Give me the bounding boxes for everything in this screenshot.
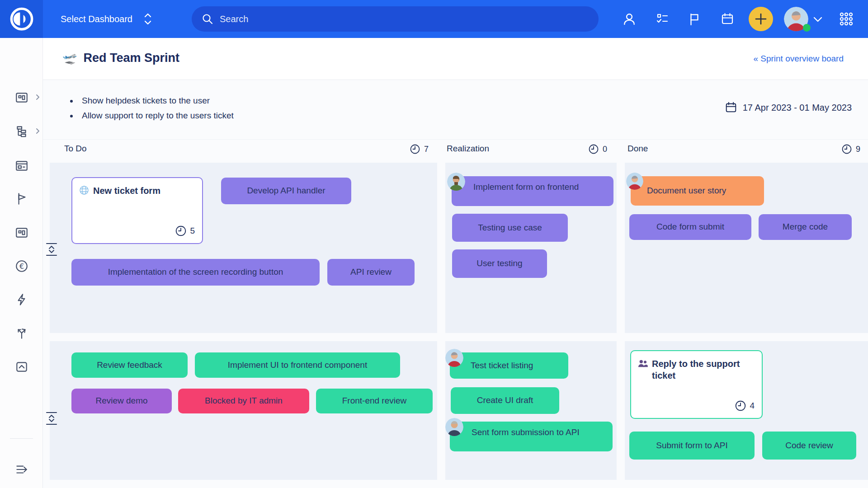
column-header-todo: To Do [64,144,87,154]
dashboard-icon[interactable] [14,225,30,241]
dashboard-selector[interactable]: Select Dashboard [61,0,151,38]
task-card[interactable]: Submit form to API [629,432,755,460]
boards-icon[interactable] [14,89,30,106]
dashboard-selector-label: Select Dashboard [61,14,132,24]
card-title: Develop API handler [247,185,325,197]
clock-icon [410,144,420,155]
task-card[interactable]: Code review [762,432,856,460]
logo-icon [9,6,35,32]
card-title: Code form submit [656,221,724,233]
rocket-emoji: 🛫 [62,51,77,65]
sprint-goal-item: Show helpdesk tickets to the user [78,96,234,106]
task-card[interactable]: Document user story [631,176,764,206]
sort-chevrons-icon [144,13,151,25]
task-card[interactable]: Review feedback [71,352,188,378]
task-card[interactable]: User testing [452,249,547,278]
people-icon [638,359,648,381]
column-hours-todo: 7 [410,144,429,155]
app-logo[interactable] [0,0,43,38]
assignee-avatar [445,349,463,367]
clock-icon [841,144,852,155]
sprint-board-page: Select Dashboard [0,0,868,488]
column-hours-realization: 0 [588,144,607,155]
task-card[interactable]: Develop API handler [221,178,351,204]
card-title: Implementation of the screen recording b… [108,267,283,278]
avatar-chevron-down-icon[interactable] [812,14,823,25]
column-header-done: Done [627,144,648,154]
task-card[interactable]: Testing use case [452,214,568,242]
card-title: Create UI draft [477,395,533,406]
lightning-icon[interactable] [14,291,30,308]
card-title: API review [350,267,392,278]
sprint-overview-link[interactable]: « Sprint overview board [753,54,844,64]
assignee-avatar [445,418,463,436]
task-card[interactable]: Sent form submission to API [450,422,613,451]
page-title: 🛫 Red Team Sprint [62,51,179,65]
card-title: Test ticket listing [471,360,533,371]
card-hours: 5 [175,225,195,237]
task-card[interactable]: API review [327,259,415,286]
task-card[interactable]: Merge code [759,214,852,240]
card-title: Submit form to API [656,440,727,451]
card-title: User testing [476,258,522,269]
tree-icon[interactable] [14,123,30,140]
card-title: Document user story [647,185,726,197]
user-icon[interactable] [618,8,640,30]
task-card[interactable]: New ticket form 5 [71,177,203,244]
globe-icon [79,185,89,197]
add-button[interactable] [749,7,773,31]
task-card[interactable]: Test ticket listing [450,352,568,379]
flag-icon[interactable] [684,8,705,30]
task-card[interactable]: Reply to the support ticket 4 [630,350,763,419]
task-card[interactable]: Implementation of the screen recording b… [71,259,320,286]
calendar-icon[interactable] [717,8,738,30]
card-title: New ticket form [93,185,160,197]
card-title: Blocked by IT admin [205,395,283,407]
chevron-right-icon [34,94,41,100]
hours-count: 0 [603,145,607,154]
apps-grid-icon[interactable] [835,8,857,30]
card-title: Code review [785,440,833,451]
task-card[interactable]: Code form submit [629,214,751,240]
split-arrows-icon[interactable] [14,325,30,342]
search-icon [202,13,213,25]
card-title: Front-end review [342,395,407,407]
card-title: Merge code [783,221,828,233]
card-title: Reply to the support ticket [652,358,755,381]
sprint-date-range: 17 Apr 2023 - 01 May 2023 [725,101,852,114]
clock-icon [588,144,599,155]
swimlane-toggle[interactable] [45,412,58,425]
card-title: Implement UI to frontend component [228,360,367,371]
date-range-text: 17 Apr 2023 - 01 May 2023 [743,103,852,113]
task-card[interactable]: Implement UI to frontend component [195,352,400,378]
task-card[interactable]: Front-end review [316,389,433,413]
window-icon[interactable] [14,158,30,174]
calendar-icon [725,101,737,114]
search-input[interactable] [220,14,572,24]
task-card[interactable]: Implement form on frontend [452,176,613,206]
swimlane-toggle[interactable] [45,243,58,256]
online-status-dot [803,24,811,32]
task-card[interactable]: Blocked by IT admin [178,389,309,413]
clock-icon [735,400,746,412]
task-card[interactable]: Create UI draft [451,387,559,414]
svg-text:€: € [19,262,24,271]
euro-icon[interactable]: € [14,258,30,274]
page-title-text: Red Team Sprint [83,51,179,65]
tasks-icon[interactable] [651,8,673,30]
task-card[interactable]: Review demo [71,389,172,413]
flag-icon[interactable] [14,191,30,207]
hours-count: 4 [750,401,755,411]
hours-count: 5 [190,226,195,236]
assignee-avatar [447,173,465,191]
upload-box-icon[interactable] [14,359,30,375]
hours-count: 7 [424,145,429,154]
column-header-realization: Realization [447,144,489,154]
sprint-goals-list: Show helpdesk tickets to the user Allow … [70,96,234,126]
topbar: Select Dashboard [0,0,868,38]
collapse-sidebar-icon[interactable] [14,461,30,478]
search-bar[interactable] [192,6,599,32]
sidebar-divider [10,438,33,439]
chevron-right-icon [34,128,41,134]
card-title: Testing use case [478,222,542,234]
